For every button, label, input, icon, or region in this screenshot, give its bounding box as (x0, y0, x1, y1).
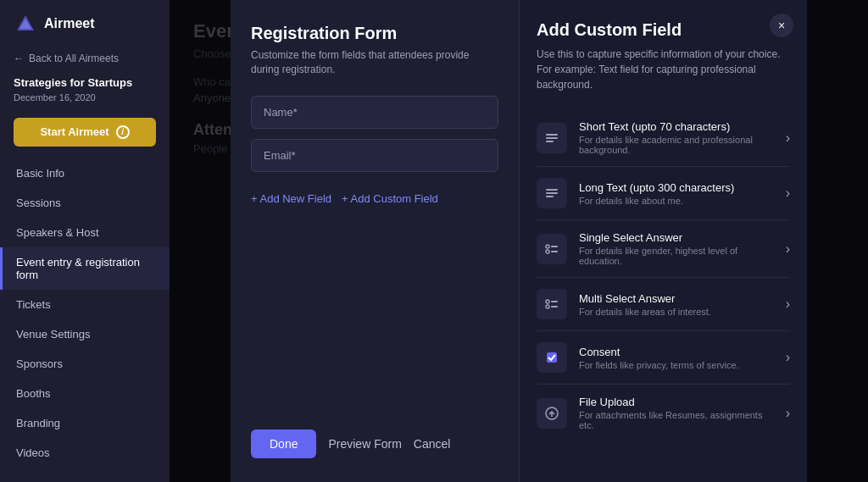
single-select-icon (537, 234, 567, 264)
nav-items: Basic InfoSessionsSpeakers & HostEvent e… (0, 158, 170, 482)
sidebar-item-videos[interactable]: Videos (0, 438, 170, 468)
event-date: December 16, 2020 (0, 92, 170, 113)
sidebar-item-branding[interactable]: Branding (0, 408, 170, 438)
sidebar: Airmeet ← Back to All Airmeets Strategie… (0, 0, 170, 482)
file-upload-desc: For attachments like Resumes, assignment… (579, 410, 774, 430)
long-text-info: Long Text (upto 300 characters)For detai… (579, 181, 774, 206)
svg-rect-16 (547, 352, 557, 363)
long-text-name: Long Text (upto 300 characters) (579, 181, 774, 194)
multi-select-chevron-icon: › (786, 296, 790, 312)
start-airmeet-button[interactable]: Start Airmeet i (14, 118, 156, 147)
back-link-label: Back to All Airmeets (29, 53, 119, 64)
file-upload-name: File Upload (579, 396, 774, 408)
logo-text: Airmeet (44, 16, 95, 31)
sidebar-item-tickets[interactable]: Tickets (0, 290, 170, 319)
svg-rect-7 (546, 196, 554, 197)
short-text-name: Short Text (upto 70 characters) (579, 120, 774, 133)
field-type-item-multi-select[interactable]: Multi Select AnswerFor details like area… (537, 278, 790, 331)
consent-name: Consent (579, 346, 774, 358)
consent-desc: For fields like privacy, terms of servic… (579, 360, 774, 370)
long-text-chevron-icon: › (786, 186, 790, 201)
consent-chevron-icon: › (786, 350, 790, 365)
sidebar-logo: Airmeet (0, 0, 170, 47)
close-button[interactable]: × (770, 14, 793, 37)
multi-select-name: Multi Select Answer (579, 292, 774, 305)
add-custom-field-button[interactable]: + Add Custom Field (342, 192, 438, 205)
field-type-item-single-select[interactable]: Single Select AnswerFor details like gen… (537, 220, 790, 278)
custom-field-panel: × Add Custom Field Use this to capture s… (519, 0, 807, 482)
field-types-list: Short Text (upto 70 characters)For detai… (537, 109, 790, 441)
file-upload-info: File UploadFor attachments like Resumes,… (579, 396, 774, 430)
add-new-field-button[interactable]: + Add New Field (251, 192, 331, 205)
sidebar-item-event-entry[interactable]: Event entry & registration form (0, 247, 170, 290)
multi-select-desc: For details like areas of interest. (579, 307, 774, 317)
short-text-info: Short Text (upto 70 characters)For detai… (579, 120, 774, 155)
sidebar-item-basic-info[interactable]: Basic Info (0, 158, 170, 188)
svg-rect-5 (546, 189, 558, 191)
back-arrow-icon: ← (14, 53, 24, 64)
form-bottom: Done Preview Form Cancel (251, 429, 498, 458)
file-upload-icon (537, 398, 567, 429)
airmeet-logo-icon (14, 12, 37, 36)
single-select-name: Single Select Answer (579, 231, 774, 244)
consent-info: ConsentFor fields like privacy, terms of… (579, 346, 774, 370)
multi-select-icon (537, 289, 567, 319)
svg-rect-15 (551, 306, 558, 307)
registration-form-overlay: Registration Form Customize the form fie… (170, 0, 868, 482)
custom-field-description: Use this to capture specific information… (537, 47, 790, 92)
custom-field-title: Add Custom Field (537, 20, 790, 40)
done-button[interactable]: Done (251, 429, 316, 458)
svg-rect-9 (551, 246, 558, 247)
field-type-item-short-text[interactable]: Short Text (upto 70 characters)For detai… (537, 109, 790, 167)
single-select-chevron-icon: › (786, 241, 790, 257)
field-type-item-consent[interactable]: ConsentFor fields like privacy, terms of… (537, 331, 790, 385)
svg-rect-13 (551, 301, 558, 302)
cancel-button[interactable]: Cancel (414, 437, 451, 451)
svg-rect-4 (546, 141, 554, 142)
svg-point-12 (546, 300, 549, 303)
single-select-desc: For details like gender, highest level o… (579, 246, 774, 266)
main-content: Event Entry & Choose who can join and Wh… (170, 0, 868, 482)
field-type-item-file-upload[interactable]: File UploadFor attachments like Resumes,… (537, 385, 790, 441)
short-text-icon (537, 123, 567, 153)
long-text-icon (537, 178, 567, 208)
sidebar-item-venue-settings[interactable]: Venue Settings (0, 319, 170, 349)
field-type-item-long-text[interactable]: Long Text (upto 300 characters)For detai… (537, 167, 790, 220)
event-title: Strategies for Startups (0, 73, 170, 92)
back-link[interactable]: ← Back to All Airmeets (0, 47, 170, 73)
svg-point-14 (546, 305, 549, 308)
single-select-info: Single Select AnswerFor details like gen… (579, 231, 774, 266)
file-upload-chevron-icon: › (786, 406, 790, 421)
name-field[interactable]: Name* (251, 96, 498, 129)
sidebar-item-booths[interactable]: Booths (0, 379, 170, 408)
multi-select-info: Multi Select AnswerFor details like area… (579, 292, 774, 317)
reg-form-title: Registration Form (251, 24, 498, 43)
consent-icon (537, 342, 567, 373)
info-icon: i (116, 125, 130, 139)
short-text-chevron-icon: › (786, 130, 790, 146)
svg-point-8 (546, 245, 549, 248)
email-field[interactable]: Email* (251, 139, 498, 172)
sidebar-item-sessions[interactable]: Sessions (0, 188, 170, 218)
long-text-desc: For details like about me. (579, 196, 774, 206)
sidebar-item-sponsors[interactable]: Sponsors (0, 349, 170, 379)
svg-point-10 (546, 250, 549, 253)
sidebar-item-speakers-host[interactable]: Speakers & Host (0, 218, 170, 247)
start-airmeet-label: Start Airmeet (40, 125, 108, 138)
svg-rect-6 (546, 192, 558, 194)
preview-form-button[interactable]: Preview Form (328, 437, 401, 451)
svg-rect-2 (546, 134, 558, 136)
svg-rect-11 (551, 251, 558, 252)
reg-form-subtitle: Customize the form fields that attendees… (251, 48, 498, 77)
svg-rect-3 (546, 137, 558, 139)
form-actions: + Add New Field + Add Custom Field (251, 192, 498, 205)
short-text-desc: For details like academic and profession… (579, 135, 774, 155)
registration-form-panel: Registration Form Customize the form fie… (231, 0, 519, 482)
